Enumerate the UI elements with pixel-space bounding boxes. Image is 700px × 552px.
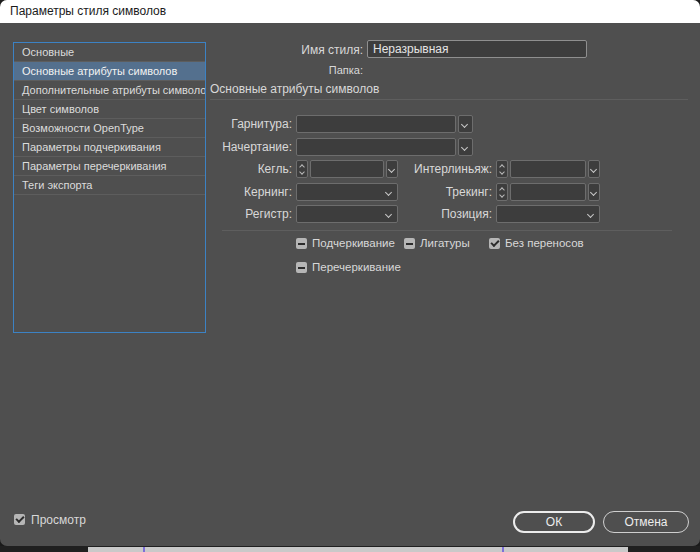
ok-button[interactable]: ОК [513,511,595,533]
leading-input[interactable] [510,160,586,178]
chevron-down-icon [461,144,468,151]
position-label: Позиция: [360,207,492,221]
font-style-dropdown-button[interactable] [458,138,473,156]
stepper-down-icon [299,169,305,175]
style-name-label: Имя стиля: [210,43,363,57]
no-break-checkbox[interactable] [489,238,500,249]
font-style-select[interactable] [296,138,456,156]
dialog-title: Параметры стиля символов [10,0,166,23]
leading-stepper[interactable] [496,160,508,178]
position-select[interactable] [496,205,600,223]
stepper-down-icon [499,169,505,175]
ligatures-checkbox-label: Лигатуры [420,237,470,249]
style-name-input[interactable] [367,40,587,58]
checkbox-section-divider [222,230,672,231]
tracking-input[interactable] [510,183,586,201]
cancel-button[interactable]: Отмена [603,511,689,533]
preview-checkbox[interactable] [14,514,25,525]
leading-label: Интерлиньяж: [360,162,492,176]
chevron-down-icon [589,166,596,173]
section-divider [210,99,688,100]
size-stepper[interactable] [296,160,308,178]
dialog-titlebar[interactable]: Параметры стиля символов [0,0,700,23]
background-app-strip [0,546,700,552]
sidebar-item-basic-character-formats[interactable]: Основные атрибуты символов [14,62,205,81]
no-break-checkbox-label: Без переносов [505,237,584,249]
preview-checkbox-label: Просмотр [31,513,86,527]
section-heading: Основные атрибуты символов [210,82,379,96]
tracking-stepper[interactable] [496,183,508,201]
underline-checkbox[interactable] [296,238,307,249]
size-label: Кегль: [160,162,292,176]
case-label: Регистр: [160,207,292,221]
ligatures-checkbox[interactable] [404,238,415,249]
font-style-label: Начертание: [160,140,292,154]
folder-label: Папка: [210,64,363,76]
stepper-down-icon [499,192,505,198]
sidebar-item-advanced-character-formats[interactable]: Дополнительные атрибуты символов [14,81,205,100]
character-style-options-dialog: Параметры стиля символов Основные Основн… [0,0,700,546]
sidebar-item-general[interactable]: Основные [14,43,205,62]
strikethrough-checkbox-label: Перечеркивание [312,261,401,273]
chevron-down-icon [587,211,594,218]
scrollbar-marker [502,547,504,552]
leading-dropdown-button[interactable] [588,160,600,178]
background-horizontal-scrollbar[interactable] [88,547,628,552]
font-family-select[interactable] [296,115,456,133]
tracking-label: Трекинг: [360,185,492,199]
font-family-dropdown-button[interactable] [458,115,473,133]
strikethrough-checkbox[interactable] [296,262,307,273]
scrollbar-marker [143,547,145,552]
font-family-label: Гарнитура: [160,117,292,131]
underline-checkbox-label: Подчеркивание [312,237,395,249]
kerning-label: Кернинг: [160,185,292,199]
chevron-down-icon [461,121,468,128]
chevron-down-icon [589,189,596,196]
tracking-dropdown-button[interactable] [588,183,600,201]
